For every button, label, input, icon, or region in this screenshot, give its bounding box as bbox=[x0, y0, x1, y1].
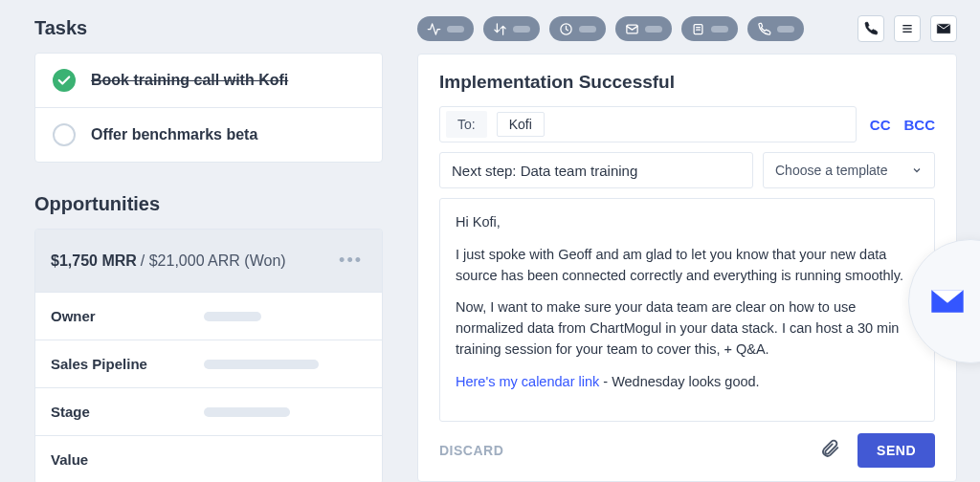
task-label: Offer benchmarks beta bbox=[91, 126, 257, 143]
opp-row-value: Value bbox=[35, 435, 382, 482]
check-icon[interactable] bbox=[53, 123, 76, 146]
pill-email[interactable] bbox=[615, 16, 672, 41]
subject-input[interactable]: Next step: Data team training bbox=[439, 152, 753, 188]
body-greeting: Hi Kofi, bbox=[456, 212, 919, 233]
to-field[interactable]: To: Kofi bbox=[439, 106, 857, 142]
body-p2: Now, I want to make sure your data team … bbox=[456, 297, 919, 360]
placeholder-value bbox=[204, 360, 319, 369]
discard-button[interactable]: DISCARD bbox=[439, 443, 503, 458]
mail-button[interactable] bbox=[930, 15, 957, 42]
more-icon[interactable]: ••• bbox=[335, 247, 367, 274]
template-select[interactable]: Choose a template bbox=[763, 152, 935, 188]
cc-button[interactable]: CC bbox=[870, 117, 891, 133]
recipient-chip[interactable]: Kofi bbox=[497, 112, 545, 137]
opportunity-mrr: $1,750 MRR bbox=[51, 252, 137, 270]
task-label: Book training call with Kofi bbox=[91, 72, 288, 89]
task-row-1[interactable]: Offer benchmarks beta bbox=[35, 108, 382, 162]
template-placeholder: Choose a template bbox=[775, 163, 888, 178]
opportunities-heading: Opportunities bbox=[34, 193, 383, 215]
body-p3-tail: - Wednesday looks good. bbox=[599, 374, 759, 389]
opp-row-stage: Stage bbox=[35, 387, 382, 435]
check-icon[interactable] bbox=[53, 69, 76, 92]
send-button[interactable]: SEND bbox=[858, 433, 935, 468]
email-title: Implementation Successful bbox=[439, 72, 935, 93]
placeholder-value bbox=[204, 407, 290, 417]
calendar-link[interactable]: Here's my calendar link bbox=[456, 374, 599, 389]
placeholder-value bbox=[204, 312, 261, 321]
task-row-0[interactable]: Book training call with Kofi bbox=[35, 54, 382, 108]
email-body[interactable]: Hi Kofi, I just spoke with Geoff and am … bbox=[439, 198, 935, 422]
pill-sort[interactable] bbox=[483, 16, 540, 41]
email-composer: Implementation Successful To: Kofi CC BC… bbox=[417, 54, 957, 482]
opp-field-label: Sales Pipeline bbox=[51, 356, 204, 372]
opportunities-card: $1,750 MRR / $21,000 ARR (Won) ••• Owner… bbox=[34, 229, 383, 482]
pill-note[interactable] bbox=[681, 16, 738, 41]
activity-toolbar bbox=[417, 15, 957, 42]
pill-call[interactable] bbox=[747, 16, 804, 41]
pill-history[interactable] bbox=[549, 16, 606, 41]
opportunity-arr: / $21,000 ARR (Won) bbox=[141, 252, 286, 270]
tasks-heading: Tasks bbox=[34, 17, 383, 39]
subject-text: Next step: Data team training bbox=[452, 163, 637, 179]
opp-field-label: Stage bbox=[51, 404, 204, 420]
phone-button[interactable] bbox=[858, 15, 884, 42]
body-p1: I just spoke with Geoff and am glad to l… bbox=[456, 245, 919, 287]
pill-activity[interactable] bbox=[417, 16, 474, 41]
opp-field-label: Value bbox=[51, 451, 204, 468]
body-p3: Here's my calendar link - Wednesday look… bbox=[456, 372, 919, 393]
list-button[interactable] bbox=[894, 15, 921, 42]
opp-field-label: Owner bbox=[51, 308, 204, 324]
opportunity-header[interactable]: $1,750 MRR / $21,000 ARR (Won) ••• bbox=[35, 230, 382, 292]
to-label: To: bbox=[446, 111, 487, 138]
opp-row-pipeline: Sales Pipeline bbox=[35, 340, 382, 387]
tasks-card: Book training call with Kofi Offer bench… bbox=[34, 53, 383, 163]
attachment-icon[interactable] bbox=[819, 438, 840, 463]
bcc-button[interactable]: BCC bbox=[904, 117, 936, 133]
opp-row-owner: Owner bbox=[35, 292, 382, 340]
